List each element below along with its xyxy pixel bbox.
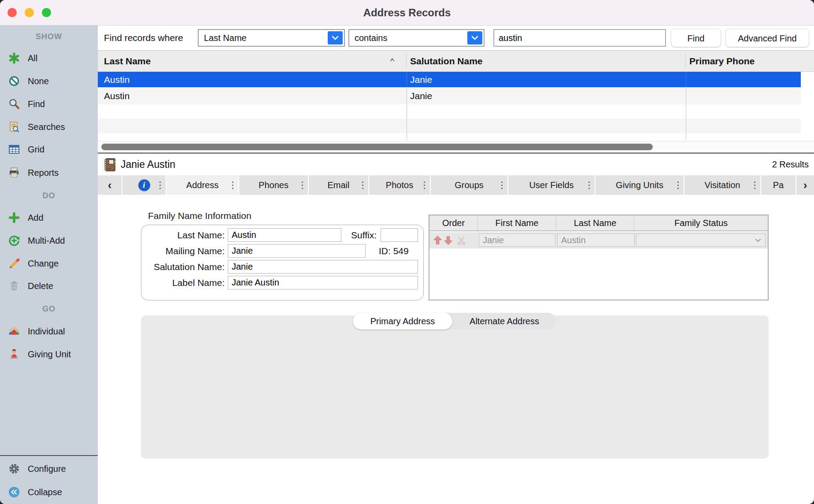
tab-menu-dots-icon[interactable]: [159, 185, 161, 186]
tab-menu-dots-icon[interactable]: [677, 185, 679, 186]
record-id: ID: 549: [379, 244, 409, 258]
tab-giving-units[interactable]: Giving Units: [596, 175, 684, 195]
table-row[interactable]: Austin Janie: [98, 87, 801, 104]
column-header-primary-phone[interactable]: Primary Phone: [689, 51, 755, 71]
scrollbar-thumb[interactable]: [101, 144, 653, 150]
window-title: Address Records: [0, 0, 814, 25]
label-name-label: Label Name:: [145, 276, 225, 289]
sidebar-section-go: GO: [0, 303, 98, 315]
tab-menu-dots-icon[interactable]: [501, 185, 503, 186]
tab-label: Visitation: [705, 180, 740, 190]
member-last-name-field[interactable]: Austin: [557, 233, 635, 247]
sidebar-item-configure[interactable]: Configure: [8, 462, 66, 476]
sidebar-item-individual[interactable]: Individual: [8, 324, 65, 338]
table-row-selected[interactable]: Austin Janie: [98, 72, 801, 87]
cell-salutation: Janie: [410, 87, 432, 104]
column-header-last-name[interactable]: Last Name: [104, 51, 151, 71]
mailing-name-field[interactable]: [228, 244, 366, 258]
multi-add-icon: [8, 234, 20, 247]
column-divider-dotted: [686, 72, 686, 140]
sidebar-item-add[interactable]: Add: [8, 211, 44, 225]
tab-email[interactable]: Email: [309, 175, 368, 195]
tabs-scroll-left-button[interactable]: ‹: [98, 175, 122, 195]
sidebar-item-delete[interactable]: Delete: [8, 279, 53, 293]
sort-ascending-icon[interactable]: ^: [390, 51, 394, 71]
move-up-icon[interactable]: [433, 236, 442, 245]
tab-address[interactable]: Address: [166, 175, 238, 195]
move-down-icon[interactable]: [444, 236, 453, 245]
label-name-field[interactable]: [228, 276, 418, 289]
sidebar-item-label: Find: [28, 99, 45, 109]
members-col-family-status: Family Status: [634, 215, 768, 230]
table-row-empty[interactable]: [98, 133, 801, 140]
tab-label: Address: [186, 180, 218, 190]
sidebar-item-giving-unit[interactable]: Giving Unit: [8, 347, 71, 361]
results-header: Last Name ^ Salutation Name Primary Phon…: [98, 50, 814, 72]
tab-partial[interactable]: Pa: [761, 175, 796, 195]
sidebar-item-reports[interactable]: Reports: [8, 166, 59, 180]
tab-menu-dots-icon[interactable]: [588, 185, 590, 186]
sidebar-section-do: DO: [0, 190, 98, 201]
suffix-field[interactable]: [381, 228, 418, 242]
collapse-icon: [8, 486, 20, 498]
tab-user-fields[interactable]: User Fields: [508, 175, 595, 195]
operator-select[interactable]: contains: [348, 29, 485, 47]
tab-menu-dots-icon[interactable]: [362, 185, 363, 186]
suffix-label: Suffix:: [339, 228, 377, 242]
tab-groups[interactable]: Groups: [431, 175, 507, 195]
sidebar-item-grid[interactable]: Grid: [8, 142, 44, 156]
search-query-input[interactable]: [493, 29, 666, 47]
sidebar-item-all[interactable]: All: [8, 51, 37, 65]
magnifier-icon: [8, 98, 20, 110]
tabs-scroll-right-button[interactable]: ›: [796, 175, 814, 195]
field-select-value: Last Name: [204, 33, 247, 43]
column-divider[interactable]: [406, 53, 407, 69]
sidebar-item-collapse[interactable]: Collapse: [8, 485, 62, 499]
column-divider[interactable]: [685, 53, 686, 69]
find-records-where-label: Find records where: [104, 25, 183, 50]
chevron-down-icon: [328, 31, 343, 44]
sidebar-item-label: All: [28, 53, 37, 63]
address-type-segmented-control: Primary Address Alternate Address: [353, 313, 556, 330]
tab-menu-dots-icon[interactable]: [302, 185, 303, 186]
tab-menu-dots-icon[interactable]: [232, 185, 233, 186]
sidebar-item-find[interactable]: Find: [8, 97, 45, 111]
tab-photos[interactable]: Photos: [369, 175, 430, 195]
sidebar-section-show: SHOW: [0, 31, 98, 42]
tab-visitation[interactable]: Visitation: [684, 175, 760, 195]
sidebar-item-label: Giving Unit: [28, 349, 71, 359]
sidebar-item-multi-add[interactable]: Multi-Add: [8, 233, 65, 248]
column-divider-dotted: [407, 72, 407, 140]
last-name-label: Last Name:: [145, 228, 225, 242]
grid-icon: [8, 143, 20, 156]
family-members-table: Order First Name Last Name Family Status…: [429, 215, 769, 300]
table-row-empty[interactable]: [98, 104, 801, 119]
tab-menu-dots-icon[interactable]: [754, 185, 755, 186]
advanced-find-button[interactable]: Advanced Find: [725, 29, 809, 47]
tab-label: Email: [327, 180, 349, 190]
record-tab-bar: ‹ i Address Phones Email Photos Groups U…: [98, 175, 814, 195]
sidebar-item-none[interactable]: None: [8, 74, 49, 88]
find-button[interactable]: Find: [671, 29, 721, 47]
tab-phones[interactable]: Phones: [239, 175, 308, 195]
column-header-salutation-name[interactable]: Salutation Name: [410, 51, 483, 71]
member-first-name-field[interactable]: Janie: [479, 233, 555, 247]
segment-alternate-address[interactable]: Alternate Address: [452, 313, 556, 330]
member-family-status-select[interactable]: [636, 233, 766, 247]
table-row-empty[interactable]: [98, 119, 801, 133]
field-select[interactable]: Last Name: [198, 29, 345, 47]
sidebar-item-change[interactable]: Change: [8, 256, 59, 271]
last-name-field[interactable]: [228, 228, 341, 242]
sidebar-item-label: Grid: [28, 145, 44, 155]
tab-info[interactable]: i: [122, 175, 166, 195]
horizontal-scrollbar[interactable]: [98, 141, 814, 152]
plus-icon: [8, 211, 20, 224]
salutation-name-field[interactable]: [228, 260, 418, 274]
tab-menu-dots-icon[interactable]: [424, 185, 425, 186]
sidebar-item-searches[interactable]: Searches: [8, 120, 65, 134]
members-col-order: Order: [429, 215, 478, 230]
segment-primary-address[interactable]: Primary Address: [353, 313, 452, 330]
cut-icon[interactable]: [457, 236, 466, 245]
tab-label: User Fields: [529, 180, 574, 190]
sidebar-item-label: Delete: [28, 281, 53, 291]
